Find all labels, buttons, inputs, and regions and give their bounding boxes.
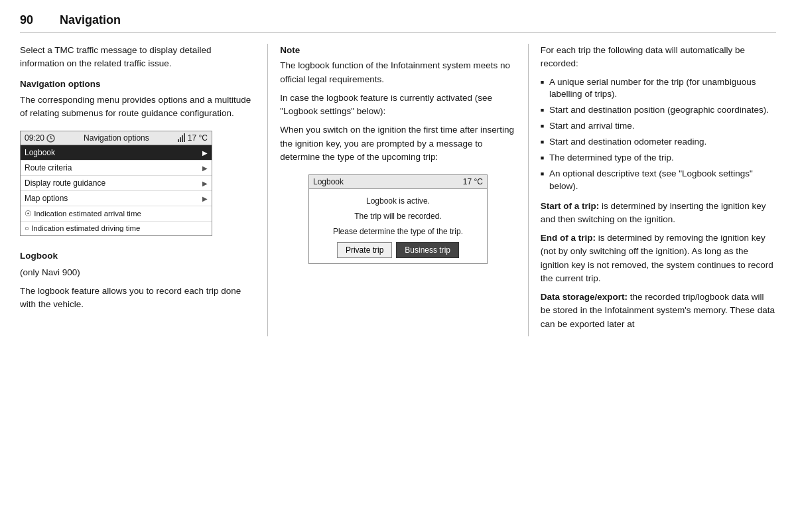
logbook-screenshot-header: Logbook 17 °C: [309, 175, 487, 189]
nav-menu-arrow: ▶: [202, 180, 208, 187]
list-item: Start and destination odometer reading.: [541, 136, 776, 149]
signal-icon: [178, 133, 186, 143]
column-1: Select a TMC traffic message to display …: [20, 44, 268, 336]
page-header: 90 Navigation: [20, 13, 776, 33]
nav-menu-item-map-options[interactable]: Map options ▶: [21, 191, 212, 206]
logbook-screenshot: Logbook 17 °C Logbook is active. The tri…: [308, 174, 488, 264]
page-wrapper: 90 Navigation Select a TMC traffic messa…: [0, 0, 796, 350]
nav-menu-item-label: Map options: [25, 194, 68, 203]
bullet-text: A unique serial number for the trip (for…: [549, 76, 776, 101]
nav-options-text: The corresponding menu provides options …: [20, 94, 255, 121]
nav-menu-item-label: Route criteria: [25, 163, 72, 172]
logbook-buttons: Private trip Business trip: [314, 242, 482, 258]
list-item: A unique serial number for the trip (for…: [541, 76, 776, 101]
nav-menu-item-label: ○ Indication estimated driving time: [25, 224, 140, 232]
bullet-text: An optional descriptive text (see "Logbo…: [549, 168, 776, 193]
list-item: An optional descriptive text (see "Logbo…: [541, 168, 776, 193]
nav-menu-item-display-route[interactable]: Display route guidance ▶: [21, 176, 212, 191]
nav-menu-item-label: Logbook: [25, 148, 55, 157]
bullet-text: Start and arrival time.: [549, 120, 634, 133]
note-heading: Note: [280, 44, 515, 57]
screenshot-temp: 17 °C: [178, 133, 208, 143]
col2-para1: In case the logbook feature is currently…: [280, 92, 515, 119]
list-item: Start and destination position (geograph…: [541, 104, 776, 117]
svg-rect-4: [180, 137, 181, 142]
end-trip-para: End of a trip: is determined by removing…: [541, 232, 776, 285]
nav-screenshot: 09:20 Navigation options: [20, 131, 212, 236]
nav-menu-item-logbook[interactable]: Logbook ▶: [21, 145, 212, 161]
column-2: Note The logbook function of the Infotai…: [268, 44, 528, 336]
nav-menu-item-label: ☉ Indication estimated arrival time: [25, 209, 141, 218]
svg-rect-5: [182, 135, 183, 142]
bullet-text: Start and destination position (geograph…: [549, 104, 769, 117]
screenshot-nav-title: Navigation options: [84, 133, 149, 143]
svg-rect-6: [184, 133, 185, 142]
screenshot-time: 09:20: [25, 133, 55, 143]
time-text: 09:20: [25, 133, 44, 143]
nav-menu-item-arrival-time[interactable]: ☉ Indication estimated arrival time: [21, 206, 212, 222]
nav-menu-item-driving-time[interactable]: ○ Indication estimated driving time: [21, 222, 212, 235]
col2-para2: When you switch on the ignition the firs…: [280, 123, 515, 164]
start-trip-para: Start of a trip: is determined by insert…: [541, 200, 776, 227]
col1-intro: Select a TMC traffic message to display …: [20, 44, 255, 71]
nav-menu-item-route-criteria[interactable]: Route criteria ▶: [21, 161, 212, 176]
page-title: Navigation: [60, 13, 121, 27]
logbook-screenshot-body: Logbook is active. The trip will be reco…: [309, 189, 487, 263]
business-trip-button[interactable]: Business trip: [396, 242, 459, 258]
logbook-text: The logbook feature allows you to record…: [20, 285, 255, 312]
column-3: For each trip the following data will au…: [529, 44, 776, 336]
note-text: The logbook function of the Infotainment…: [280, 59, 515, 86]
col3-intro: For each trip the following data will au…: [541, 44, 776, 71]
nav-menu-item-label: Display route guidance: [25, 178, 105, 188]
end-trip-term: End of a trip:: [541, 233, 596, 243]
data-storage-term: Data storage/export:: [541, 292, 628, 302]
logbook-line3: Please determine the type of the trip.: [314, 226, 482, 237]
bullet-text: Start and destination odometer reading.: [549, 136, 706, 149]
private-trip-button[interactable]: Private trip: [337, 242, 392, 258]
page-number: 90: [20, 13, 33, 27]
start-trip-term: Start of a trip:: [541, 201, 600, 211]
bullet-text: The determined type of the trip.: [549, 152, 674, 165]
columns: Select a TMC traffic message to display …: [20, 44, 776, 336]
nav-menu-arrow: ▶: [202, 165, 208, 172]
nav-screenshot-header: 09:20 Navigation options: [21, 131, 212, 145]
logbook-dialog-temp: 17 °C: [463, 177, 483, 186]
list-item: The determined type of the trip.: [541, 152, 776, 165]
nav-menu-arrow: ▶: [202, 149, 208, 157]
data-storage-para: Data storage/export: the recorded trip/l…: [541, 291, 776, 331]
nav-options-heading: Navigation options: [20, 78, 255, 91]
logbook-line1: Logbook is active.: [314, 196, 482, 207]
svg-rect-3: [178, 139, 179, 142]
bullet-list: A unique serial number for the trip (for…: [541, 76, 776, 193]
nav-menu-arrow: ▶: [202, 195, 208, 202]
logbook-line2: The trip will be recorded.: [314, 211, 482, 222]
screenshot-temp-text: 17 °C: [188, 133, 208, 143]
logbook-dialog-title: Logbook: [313, 177, 344, 186]
logbook-heading: Logbook: [20, 249, 255, 263]
list-item: Start and arrival time.: [541, 120, 776, 133]
clock-icon: [46, 134, 55, 143]
nav-screenshot-menu: Logbook ▶ Route criteria ▶ Display route…: [21, 145, 212, 235]
logbook-sub: (only Navi 900): [20, 266, 255, 279]
